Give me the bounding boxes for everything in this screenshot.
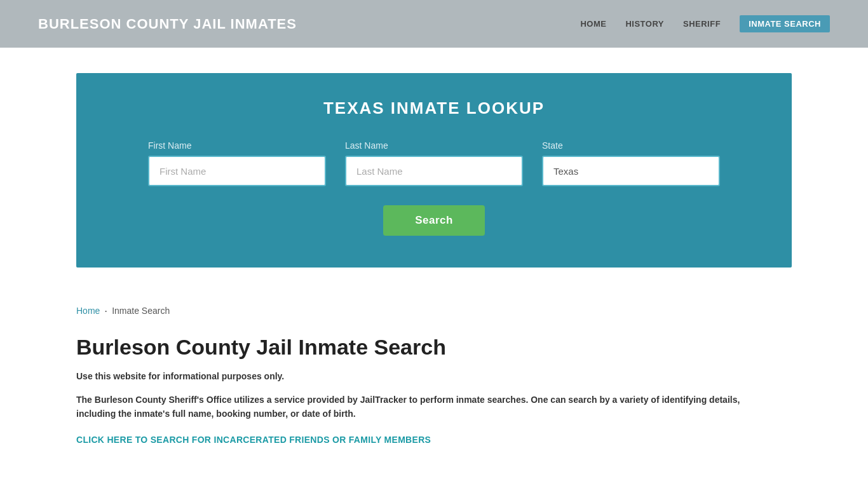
first-name-group: First Name: [148, 140, 326, 186]
breadcrumb-separator: •: [105, 308, 107, 314]
nav-inmate-search[interactable]: INMATE SEARCH: [740, 15, 830, 32]
search-link[interactable]: CLICK HERE to Search for Incarcerated Fr…: [76, 435, 431, 445]
main-content: Burleson County Jail Inmate Search Use t…: [0, 322, 868, 471]
search-button-row: Search: [114, 205, 754, 236]
search-fields-row: First Name Last Name State: [114, 140, 754, 186]
last-name-group: Last Name: [345, 140, 523, 186]
page-title: Burleson County Jail Inmate Search: [76, 335, 792, 360]
nav-home[interactable]: HOME: [580, 19, 606, 29]
nav-history[interactable]: HISTORY: [625, 19, 664, 29]
breadcrumb-home-link[interactable]: Home: [76, 306, 100, 316]
site-header: BURLESON COUNTY JAIL INMATES HOME HISTOR…: [0, 0, 868, 48]
inmate-lookup-section: TEXAS INMATE LOOKUP First Name Last Name…: [76, 73, 792, 268]
breadcrumb: Home • Inmate Search: [0, 293, 868, 322]
lookup-title: TEXAS INMATE LOOKUP: [114, 98, 754, 118]
nav-sheriff[interactable]: SHERIFF: [683, 19, 721, 29]
description-text: The Burleson County Sheriff's Office uti…: [76, 393, 743, 421]
state-label: State: [542, 140, 720, 151]
breadcrumb-current: Inmate Search: [112, 306, 170, 316]
search-button[interactable]: Search: [383, 205, 485, 236]
main-nav: HOME HISTORY SHERIFF INMATE SEARCH: [580, 15, 830, 32]
site-title: BURLESON COUNTY JAIL INMATES: [38, 16, 297, 32]
last-name-label: Last Name: [345, 140, 523, 151]
state-input[interactable]: [542, 156, 720, 186]
first-name-input[interactable]: [148, 156, 326, 186]
state-group: State: [542, 140, 720, 186]
last-name-input[interactable]: [345, 156, 523, 186]
first-name-label: First Name: [148, 140, 326, 151]
subtitle-text: Use this website for informational purpo…: [76, 371, 792, 381]
